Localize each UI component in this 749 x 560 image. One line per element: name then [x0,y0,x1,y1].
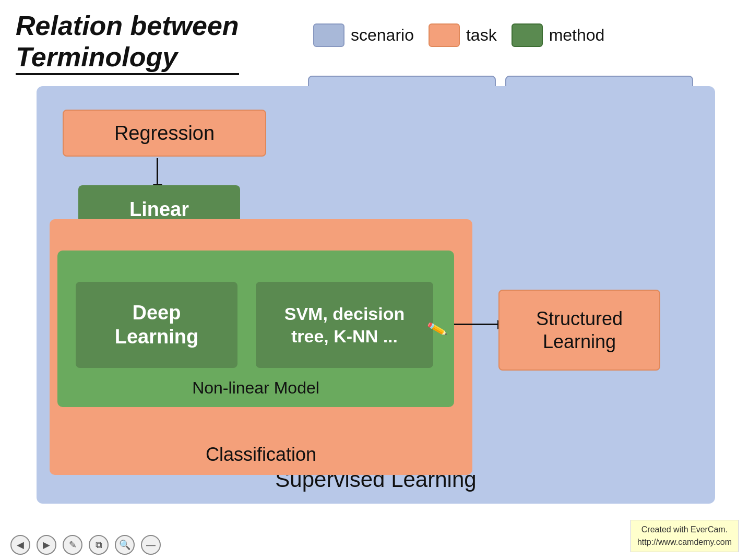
watermark-line1: Created with EverCam. [641,525,728,534]
nav-bar: ◀ ▶ ✎ ⧉ 🔍 ― [10,535,161,555]
legend-method: method [512,23,605,47]
nav-forward-button[interactable]: ▶ [37,535,56,555]
legend-task: task [429,23,497,47]
scenario-label: scenario [351,26,414,45]
arrow-svm-to-structured [454,324,498,325]
nav-pen-button[interactable]: ✎ [63,535,82,555]
deep-learning-label: DeepLearning [115,301,198,349]
svm-box: SVM, decisiontree, K-NN ... [256,282,433,368]
legend: scenario task method [313,23,604,47]
arrow-regression-to-linear [157,158,158,185]
nav-copy-button[interactable]: ⧉ [89,535,109,555]
scenario-color-box [313,23,344,47]
regression-box: Regression [63,110,266,157]
structured-learning-box: Structured Learning [498,290,660,371]
method-color-box [512,23,543,47]
nav-zoom-button[interactable]: 🔍 [115,535,135,555]
watermark-line2: http://www.camdemy.com [637,538,732,546]
nav-back-button[interactable]: ◀ [10,535,30,555]
classification-label: Classification [50,444,472,466]
nav-settings-button[interactable]: ― [141,535,161,555]
slide: Relation between Terminology scenario ta… [0,0,749,560]
slide-title: Relation between Terminology [16,10,239,75]
task-color-box [429,23,460,47]
regression-label: Regression [114,122,215,145]
nonlinear-model-label: Non-linear Model [57,378,454,398]
task-label: task [466,26,497,45]
method-label: method [549,26,605,45]
legend-scenario: scenario [313,23,414,47]
watermark: Created with EverCam. http://www.camdemy… [631,520,739,552]
structured-learning-label: Structured Learning [500,307,659,352]
svm-label: SVM, decisiontree, K-NN ... [284,303,405,347]
title-line1: Relation between [16,10,239,41]
title-line2: Terminology [16,42,177,72]
deep-learning-box: DeepLearning [76,282,237,368]
